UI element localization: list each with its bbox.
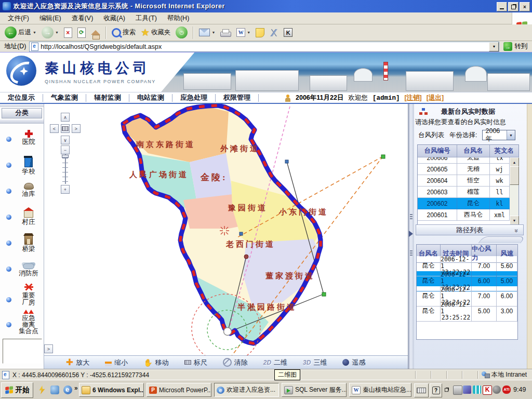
realtime-row[interactable]: 昆仑 2006-12-123:24:22 7.006.00 (417, 286, 517, 301)
path-list-bar[interactable]: 路径列表 » (416, 224, 524, 235)
pan-up-button[interactable]: ∧ (61, 113, 70, 122)
language-keyboard-button[interactable] (414, 383, 429, 397)
zoom-slider[interactable] (62, 154, 69, 184)
menu-edit[interactable]: 编辑(E) (35, 13, 66, 24)
search-button[interactable]: 搜索 (110, 27, 137, 38)
mail-button[interactable]: ▼ (197, 28, 217, 37)
zoom-out-tool[interactable]: 缩小 (105, 358, 128, 367)
language-help-button[interactable]: ? (430, 383, 442, 397)
minimize-button[interactable] (497, 2, 507, 11)
tray-grid-icon[interactable] (473, 385, 481, 394)
tab-radiation[interactable]: 辐射监测 (86, 94, 129, 102)
tray-ati-icon[interactable]: ATI (502, 385, 511, 394)
remote-sensing-tool[interactable]: 遥感 (342, 358, 365, 367)
collapse-arrow-icon[interactable] (409, 231, 413, 237)
stop-button[interactable]: × (62, 26, 74, 39)
typhoon-row[interactable]: 200603榴莲ll (418, 187, 510, 198)
full-extent-button[interactable] (61, 124, 70, 133)
notes-button[interactable] (254, 27, 266, 38)
tray-kaspersky-icon[interactable]: K (483, 385, 492, 395)
expand-panel-button[interactable]: > (44, 344, 53, 353)
clear-tool[interactable]: 清除 (223, 358, 248, 367)
menu-help[interactable]: 帮助(H) (163, 13, 194, 24)
sidebar-item-fire-station[interactable]: 消防所 (15, 261, 43, 277)
exit-link[interactable]: [退出] (427, 94, 444, 102)
menu-file[interactable]: 文件(F) (3, 13, 34, 24)
task-powerpoint[interactable]: P Microsoft PowerP... (147, 383, 211, 397)
tab-permissions[interactable]: 权限管理 (216, 94, 259, 102)
typhoon-row[interactable]: 200606太虚tx (418, 157, 510, 164)
quicklaunch-outlook-icon[interactable] (50, 385, 59, 394)
scroll-up-icon[interactable]: ▲ (510, 157, 519, 167)
map-area[interactable]: 南京东路街道 外滩街道 人民广场街道 金陵: 豫园街道 小东门街道 老西门街道 … (44, 104, 408, 369)
year-select[interactable]: 2006年 ▼ (482, 130, 515, 140)
forward-dropdown-icon[interactable]: ▼ (55, 31, 59, 34)
task-ie-active[interactable]: e 欢迎进入应急资... (214, 383, 279, 397)
language-bar-options[interactable] (443, 383, 450, 396)
pan-tool[interactable]: ✋移动 (143, 358, 168, 367)
pan-right-button[interactable]: > (72, 124, 81, 133)
restore-button[interactable] (508, 2, 518, 11)
scrollbar-thumb[interactable] (510, 166, 519, 185)
quicklaunch-ie-icon[interactable] (63, 385, 72, 394)
ruler-tool[interactable]: 标尺 (184, 358, 207, 367)
sidebar-item-school[interactable]: 学校 (15, 155, 43, 175)
tab-positioning[interactable]: 定位显示 (0, 94, 43, 102)
sidebar-item-important-plant[interactable]: 重要 厂房 (15, 283, 43, 305)
zoom-in-tool[interactable]: ✚放大 (66, 358, 89, 367)
pan-left-button[interactable]: < (50, 124, 59, 133)
edit-with-word-button[interactable]: W▼ (235, 27, 252, 38)
back-dropdown-icon[interactable]: ▼ (33, 31, 36, 34)
quicklaunch-chevron-icon[interactable]: » (74, 384, 78, 392)
messenger-button[interactable] (268, 28, 280, 37)
realtime-row-selected[interactable]: 昆仑 2006-12-123:23:22 6.005.00 (417, 271, 517, 286)
menu-tools[interactable]: 工具(T) (131, 13, 162, 24)
tab-station[interactable]: 电站监测 (129, 94, 172, 102)
history-button[interactable]: ◷ (174, 25, 189, 39)
back-button[interactable]: ← 后退▼ (3, 25, 38, 39)
task-windows-explorer[interactable]: 6 Windows Expl...▼ (79, 383, 144, 397)
logout-link[interactable]: [注销] (404, 94, 421, 102)
address-input[interactable]: http://localhost/QSgridwebgis/default.as… (29, 42, 499, 52)
year-dropdown-icon[interactable]: ▼ (507, 130, 515, 140)
sidebar-item-oil-depot[interactable]: 油库 (15, 183, 43, 197)
zoom-out-button[interactable]: − (61, 145, 70, 154)
print-button[interactable] (219, 28, 233, 38)
pan-down-button[interactable]: ∨ (61, 136, 70, 144)
tab-emergency[interactable]: 应急处理 (172, 94, 216, 102)
view-2d-tool[interactable]: 2D二维 (263, 358, 287, 367)
typhoon-row[interactable]: 200605无稽wj (418, 164, 510, 175)
sidebar-item-bridge[interactable]: 桥梁 (15, 233, 43, 252)
zoom-slider-thumb[interactable] (62, 155, 69, 158)
realtime-row[interactable]: 昆仑 2006-12-123:22:22 7.005.60 (417, 256, 517, 271)
start-button[interactable]: 开始 (1, 382, 33, 398)
menu-view[interactable]: 查看(V) (67, 13, 98, 24)
task-word-doc[interactable]: W 秦山核电站应急... (349, 383, 411, 397)
typhoon-row[interactable]: 200604悟空wk (418, 175, 510, 187)
favorites-button[interactable]: ★ 收藏夹 (139, 25, 172, 39)
tab-weather[interactable]: 气象监测 (43, 94, 86, 102)
sidebar-item-hospital[interactable]: 医院 (15, 130, 43, 145)
typhoon-row-selected[interactable]: 200602昆仑kl (418, 198, 510, 209)
sidebar-item-evacuation-point[interactable]: 应急 撤离 集合点 (15, 310, 43, 335)
typhoon-row[interactable]: 200601西马仑xml (418, 209, 510, 221)
sidebar-item-village[interactable]: 村庄 (15, 207, 43, 225)
quicklaunch-winamp-icon[interactable] (37, 385, 46, 394)
refresh-button[interactable]: ⟳ (76, 26, 87, 39)
scroll-down-icon[interactable]: ▼ (510, 216, 519, 225)
address-dropdown-icon[interactable]: ▼ (489, 42, 499, 51)
tray-sphere-icon[interactable] (493, 385, 501, 394)
close-button[interactable]: × (520, 2, 530, 11)
view-3d-tool[interactable]: 3D三维 (303, 358, 327, 367)
home-button[interactable] (89, 29, 102, 36)
go-button[interactable]: → 转到 (503, 42, 527, 51)
table-scrollbar[interactable]: ▲ ▼ (510, 157, 518, 224)
zoom-in-button[interactable]: + (61, 185, 70, 194)
tray-messenger-icon[interactable] (463, 385, 471, 394)
realtime-row[interactable]: 昆仑 2006-12-123:25:22 5.003.00 (417, 301, 517, 316)
menu-favorites[interactable]: 收藏(A) (99, 13, 130, 24)
k-tool-button[interactable]: K (282, 27, 294, 38)
forward-button[interactable]: →▼ (40, 25, 60, 39)
tray-sql-server-icon[interactable] (453, 385, 462, 395)
panel-splitter[interactable] (408, 104, 414, 369)
